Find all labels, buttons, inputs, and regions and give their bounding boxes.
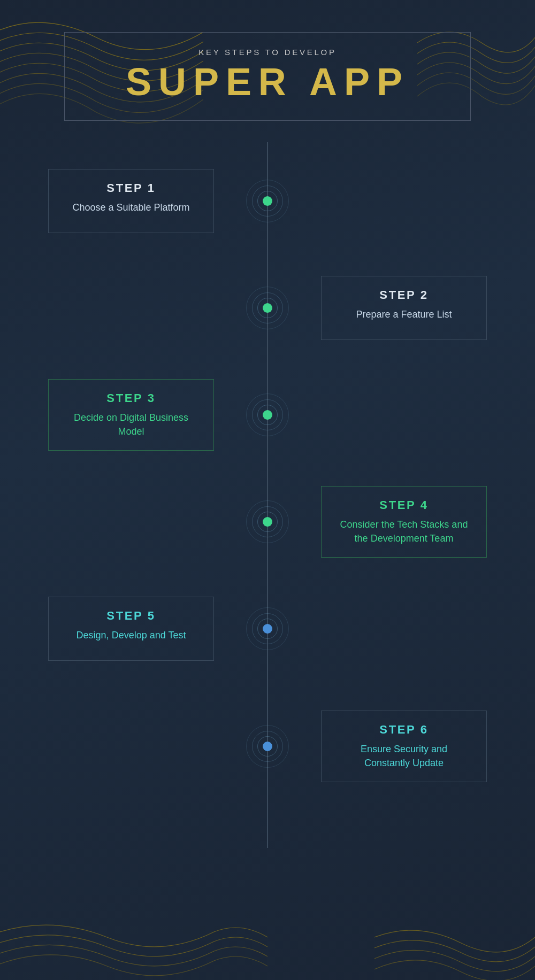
step-3-description: Decide on Digital Business Model (64, 411, 198, 438)
step-3-number: STEP 3 (64, 391, 198, 405)
step-6-description: Ensure Security and Constantly Update (337, 742, 471, 770)
step-row-3: STEP 3 Decide on Digital Business Model (0, 356, 535, 474)
step-3-box: STEP 3 Decide on Digital Business Model (48, 379, 214, 451)
step-row-5: STEP 5 Design, Develop and Test (0, 570, 535, 688)
header-box: KEY STEPS TO DEVELOP SUPER APP (64, 32, 471, 121)
step-1-description: Choose a Suitable Platform (64, 200, 198, 214)
header-title: SUPER APP (86, 61, 449, 103)
step-4-node-wrapper (257, 500, 278, 543)
step-6-box-wrapper: STEP 6 Ensure Security and Constantly Up… (278, 711, 535, 782)
step-5-description: Design, Develop and Test (64, 628, 198, 642)
step-1-number: STEP 1 (64, 181, 198, 195)
step-row-2: STEP 2 Prepare a Feature List (0, 249, 535, 367)
step-2-node-wrapper (257, 287, 278, 329)
step-6-node-wrapper (257, 725, 278, 768)
step-4-box: STEP 4 Consider the Tech Stacks and the … (321, 486, 487, 558)
step-2-node (257, 287, 278, 329)
step-row-6: STEP 6 Ensure Security and Constantly Up… (0, 688, 535, 805)
step-1-box: STEP 1 Choose a Suitable Platform (48, 169, 214, 233)
step-2-number: STEP 2 (337, 288, 471, 302)
step-2-box: STEP 2 Prepare a Feature List (321, 276, 487, 340)
timeline-container: STEP 1 Choose a Suitable Platform (0, 142, 535, 848)
step-1-box-wrapper: STEP 1 Choose a Suitable Platform (0, 169, 257, 233)
step-row-1: STEP 1 Choose a Suitable Platform (0, 142, 535, 260)
step-row-4: STEP 4 Consider the Tech Stacks and the … (0, 463, 535, 581)
step-6-number: STEP 6 (337, 723, 471, 737)
step-2-description: Prepare a Feature List (337, 307, 471, 321)
header-subtitle: KEY STEPS TO DEVELOP (86, 48, 449, 57)
step-3-node-wrapper (257, 393, 278, 436)
step-3-box-wrapper: STEP 3 Decide on Digital Business Model (0, 379, 257, 451)
step-4-box-wrapper: STEP 4 Consider the Tech Stacks and the … (278, 486, 535, 558)
step-5-box: STEP 5 Design, Develop and Test (48, 597, 214, 661)
step-5-box-wrapper: STEP 5 Design, Develop and Test (0, 597, 257, 661)
step-4-description: Consider the Tech Stacks and the Develop… (337, 518, 471, 545)
wave-bottom-right-decoration (374, 916, 535, 980)
step-4-number: STEP 4 (337, 498, 471, 512)
step-6-node (257, 725, 278, 768)
step-5-number: STEP 5 (64, 609, 198, 623)
step-6-box: STEP 6 Ensure Security and Constantly Up… (321, 711, 487, 782)
step-5-node-wrapper (257, 607, 278, 650)
step-4-node (257, 500, 278, 543)
step-1-node (257, 180, 278, 222)
step-2-box-wrapper: STEP 2 Prepare a Feature List (278, 276, 535, 340)
step-5-node (257, 607, 278, 650)
step-3-node (257, 393, 278, 436)
wave-bottom-left-decoration (0, 916, 268, 980)
page-wrapper: KEY STEPS TO DEVELOP SUPER APP STEP 1 Ch… (0, 0, 535, 980)
step-1-node-wrapper (257, 180, 278, 222)
